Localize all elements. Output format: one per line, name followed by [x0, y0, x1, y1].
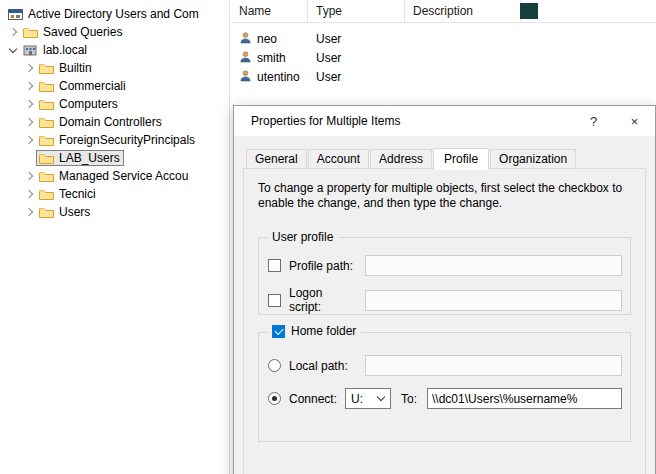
chevron-right-icon[interactable]: [22, 187, 36, 201]
tree-item-lab-users[interactable]: LAB_Users: [0, 149, 229, 167]
user-icon: [239, 50, 252, 66]
dialog-titlebar[interactable]: Properties for Multiple Items ? ×: [234, 106, 655, 136]
chevron-right-icon[interactable]: [22, 97, 36, 111]
help-button[interactable]: ?: [573, 106, 614, 136]
tab-profile[interactable]: Profile: [433, 148, 489, 170]
tree-item-label: LAB_Users: [59, 151, 120, 165]
profile-tab-page: To change a property for multiple object…: [243, 168, 646, 474]
chevron-right-icon[interactable]: [22, 79, 36, 93]
group-title: User profile: [267, 230, 338, 244]
home-folder-group: Home folder Local path: Connect: U: To:: [258, 332, 631, 442]
close-button[interactable]: ×: [614, 106, 655, 136]
local-path-input: [365, 355, 622, 376]
drive-letter-value: U:: [351, 392, 363, 406]
user-type: User: [308, 51, 405, 65]
list-item-neo[interactable]: neo User: [231, 29, 656, 48]
local-path-label: Local path:: [289, 359, 357, 373]
tree-item-builtin[interactable]: Builtin: [0, 59, 229, 77]
console-tree: Active Directory Users and Com Saved Que…: [0, 0, 230, 474]
tree-item-saved-queries[interactable]: Saved Queries: [0, 23, 229, 41]
list-item-smith[interactable]: smith User: [231, 48, 656, 67]
chevron-right-icon[interactable]: [22, 169, 36, 183]
tab-organization[interactable]: Organization: [490, 149, 576, 169]
tree-item-label: Users: [59, 205, 90, 219]
connect-row: Connect: U: To:: [259, 388, 630, 409]
chevron-right-icon[interactable]: [22, 133, 36, 147]
list-item-utentino[interactable]: utentino User: [231, 67, 656, 86]
column-header-description[interactable]: Description: [405, 0, 521, 22]
column-header-type[interactable]: Type: [308, 0, 405, 22]
folder-icon: [38, 98, 54, 110]
dialog-title: Properties for Multiple Items: [234, 114, 573, 128]
folder-icon: [22, 26, 38, 38]
tab-account[interactable]: Account: [308, 149, 369, 169]
home-folder-label: Home folder: [291, 324, 356, 338]
to-label: To:: [401, 392, 417, 406]
connect-radio[interactable]: [268, 392, 281, 405]
logon-script-label: Logon script:: [289, 286, 357, 314]
chevron-placeholder: [22, 151, 36, 165]
profile-path-input: [365, 255, 622, 276]
user-name: neo: [257, 32, 277, 46]
tab-general[interactable]: General: [246, 149, 307, 169]
tree-item-tecnici[interactable]: Tecnici: [0, 185, 229, 203]
chevron-down-icon: [378, 395, 385, 402]
chevron-right-icon[interactable]: [22, 115, 36, 129]
local-path-radio[interactable]: [268, 359, 281, 372]
local-path-row: Local path:: [259, 355, 630, 376]
user-type: User: [308, 70, 405, 84]
tree-item-label: Domain Controllers: [59, 115, 162, 129]
profile-path-checkbox[interactable]: [268, 259, 281, 272]
tree-item-ad-root[interactable]: Active Directory Users and Com: [0, 5, 229, 23]
list-header: Name Type Description: [231, 0, 656, 23]
logon-script-row: Logon script:: [259, 286, 630, 314]
connect-label: Connect:: [289, 392, 337, 406]
folder-icon: [38, 188, 54, 200]
directory-root-icon: [7, 8, 23, 21]
tab-address[interactable]: Address: [370, 149, 432, 169]
tree-item-foreign-security-principals[interactable]: ForeignSecurityPrincipals: [0, 131, 229, 149]
user-icon: [239, 69, 252, 85]
tree-item-label: Active Directory Users and Com: [28, 7, 199, 21]
tree-item-lab-local[interactable]: lab.local: [0, 41, 229, 59]
home-folder-path-input[interactable]: [427, 388, 622, 409]
properties-dialog: Properties for Multiple Items ? × Genera…: [233, 105, 656, 474]
tree-item-label: lab.local: [43, 43, 87, 57]
tree-item-label: Saved Queries: [43, 25, 122, 39]
folder-icon: [38, 170, 54, 182]
logon-script-checkbox[interactable]: [268, 294, 281, 307]
user-icon: [239, 31, 252, 47]
column-header-label: Name: [239, 4, 271, 18]
home-folder-checkbox[interactable]: [272, 325, 285, 338]
home-folder-legend: Home folder: [267, 324, 361, 338]
page-description: To change a property for multiple object…: [244, 169, 645, 211]
tree-item-domain-controllers[interactable]: Domain Controllers: [0, 113, 229, 131]
logon-script-input: [365, 290, 622, 311]
tree-item-label: Computers: [59, 97, 118, 111]
tree-item-label: ForeignSecurityPrincipals: [59, 133, 195, 147]
column-header-label: Description: [413, 4, 473, 18]
tree-item-commerciali[interactable]: Commerciali: [0, 77, 229, 95]
tab-strip: General Account Address Profile Organiza…: [246, 148, 577, 169]
aduc-window: Active Directory Users and Com Saved Que…: [0, 0, 656, 474]
folder-icon: [38, 152, 54, 164]
folder-icon: [38, 134, 54, 146]
list-rows: neo User smith User: [231, 29, 656, 86]
tree-item-computers[interactable]: Computers: [0, 95, 229, 113]
folder-icon: [38, 80, 54, 92]
tree-item-label: Commerciali: [59, 79, 126, 93]
folder-icon: [38, 206, 54, 218]
tree-item-label: Managed Service Accou: [59, 169, 188, 183]
tree-item-users[interactable]: Users: [0, 203, 229, 221]
tree-item-managed-service-accounts[interactable]: Managed Service Accou: [0, 167, 229, 185]
profile-path-row: Profile path:: [259, 255, 630, 276]
chevron-down-icon[interactable]: [6, 43, 20, 57]
column-header-name[interactable]: Name: [231, 0, 308, 22]
folder-icon: [38, 62, 54, 74]
user-profile-group: User profile Profile path: Logon script:: [258, 237, 631, 315]
tree-item-label: Tecnici: [59, 187, 96, 201]
chevron-right-icon[interactable]: [6, 25, 20, 39]
chevron-right-icon[interactable]: [22, 205, 36, 219]
drive-letter-select[interactable]: U:: [345, 388, 391, 409]
chevron-right-icon[interactable]: [22, 61, 36, 75]
